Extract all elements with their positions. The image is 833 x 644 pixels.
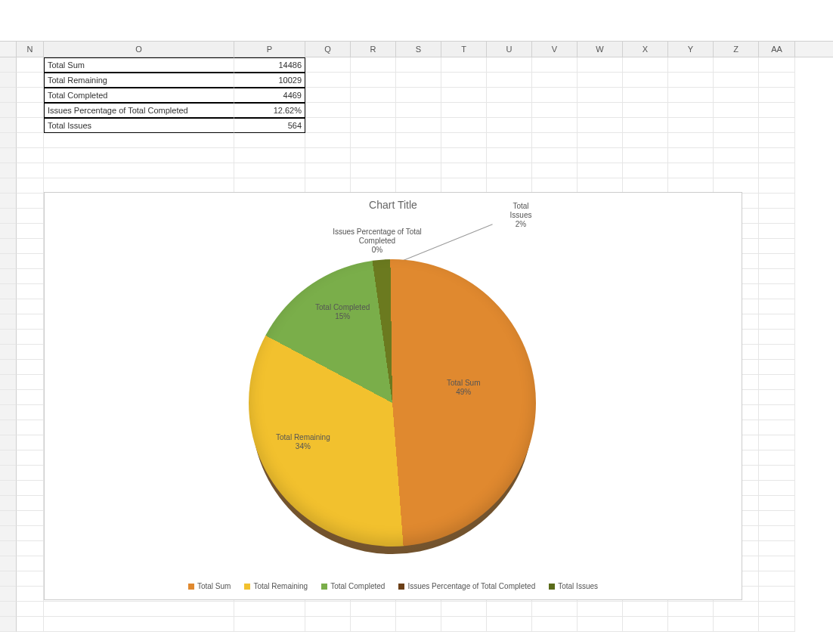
cell[interactable] <box>714 73 759 88</box>
cell[interactable] <box>714 178 759 194</box>
cell[interactable] <box>578 103 623 118</box>
cell[interactable] <box>759 405 795 420</box>
cell[interactable] <box>17 405 44 420</box>
row-header[interactable] <box>0 405 17 420</box>
cell[interactable] <box>44 178 234 194</box>
row-header[interactable] <box>0 224 17 239</box>
cell[interactable] <box>487 178 532 194</box>
cell[interactable] <box>441 148 487 163</box>
cell[interactable] <box>44 148 234 163</box>
cell[interactable] <box>668 133 714 148</box>
cell[interactable] <box>396 57 441 73</box>
row-header[interactable] <box>0 209 17 224</box>
row-header[interactable] <box>0 57 17 73</box>
cell[interactable] <box>668 148 714 163</box>
col-header-Z[interactable]: Z <box>714 42 759 57</box>
row-header[interactable] <box>0 435 17 450</box>
cell[interactable] <box>396 103 441 118</box>
cell[interactable] <box>759 148 795 163</box>
row-header[interactable] <box>0 314 17 330</box>
cell[interactable] <box>532 148 578 163</box>
row-header[interactable] <box>0 239 17 254</box>
cell[interactable] <box>305 88 351 103</box>
row-header[interactable] <box>0 617 17 632</box>
cell[interactable] <box>759 617 795 632</box>
cell[interactable] <box>532 602 578 617</box>
cell[interactable] <box>441 118 487 133</box>
cell[interactable] <box>234 133 305 148</box>
cell[interactable] <box>759 587 795 602</box>
cell[interactable] <box>17 496 44 511</box>
pie-chart[interactable]: Chart Title Issues Percentage of Total C… <box>44 192 742 600</box>
row-header[interactable] <box>0 299 17 314</box>
cell[interactable] <box>759 314 795 330</box>
cell[interactable] <box>623 148 668 163</box>
cell[interactable] <box>487 133 532 148</box>
cell[interactable] <box>759 390 795 405</box>
row-header[interactable] <box>0 420 17 435</box>
col-header-T[interactable]: T <box>441 42 487 57</box>
cell[interactable] <box>714 148 759 163</box>
cell[interactable] <box>759 299 795 314</box>
cell[interactable] <box>623 88 668 103</box>
cell[interactable] <box>17 617 44 632</box>
cell[interactable] <box>17 481 44 496</box>
cell[interactable] <box>305 602 351 617</box>
cell[interactable] <box>441 103 487 118</box>
cell[interactable] <box>351 88 396 103</box>
cell[interactable] <box>17 511 44 526</box>
cell[interactable] <box>441 57 487 73</box>
row-header[interactable] <box>0 148 17 163</box>
cell[interactable] <box>623 57 668 73</box>
cell[interactable] <box>714 617 759 632</box>
cell[interactable] <box>668 163 714 178</box>
cell[interactable] <box>17 526 44 541</box>
row-header[interactable] <box>0 375 17 390</box>
cell[interactable] <box>351 118 396 133</box>
cell[interactable] <box>351 602 396 617</box>
cell[interactable] <box>44 163 234 178</box>
cell[interactable] <box>759 375 795 390</box>
cell[interactable] <box>17 435 44 450</box>
row-header[interactable] <box>0 526 17 541</box>
row-header[interactable] <box>0 73 17 88</box>
cell[interactable] <box>759 103 795 118</box>
col-header-P[interactable]: P <box>234 42 305 57</box>
cell[interactable] <box>532 178 578 194</box>
row-header[interactable] <box>0 450 17 466</box>
cell[interactable] <box>17 224 44 239</box>
row-header[interactable] <box>0 360 17 375</box>
cell[interactable] <box>714 103 759 118</box>
cell[interactable]: 564 <box>234 118 305 133</box>
cell[interactable] <box>441 73 487 88</box>
cell[interactable] <box>578 602 623 617</box>
cell[interactable] <box>714 602 759 617</box>
cell[interactable] <box>17 284 44 299</box>
cell[interactable] <box>759 526 795 541</box>
cell[interactable] <box>532 617 578 632</box>
cell[interactable] <box>532 118 578 133</box>
cell[interactable] <box>17 194 44 209</box>
cell[interactable] <box>578 57 623 73</box>
cell[interactable] <box>17 541 44 556</box>
cell[interactable] <box>759 269 795 284</box>
cell[interactable] <box>668 88 714 103</box>
row-header[interactable] <box>0 345 17 360</box>
cell[interactable] <box>623 602 668 617</box>
cell[interactable] <box>234 148 305 163</box>
cell[interactable] <box>305 103 351 118</box>
cell[interactable] <box>714 57 759 73</box>
col-header-Q[interactable]: Q <box>305 42 351 57</box>
cell[interactable] <box>487 88 532 103</box>
cell[interactable] <box>759 194 795 209</box>
cell[interactable] <box>396 163 441 178</box>
cell[interactable]: 12.62% <box>234 103 305 118</box>
cell[interactable] <box>759 330 795 345</box>
cell[interactable] <box>17 375 44 390</box>
cell[interactable] <box>17 239 44 254</box>
cell[interactable] <box>17 571 44 587</box>
cell[interactable] <box>623 163 668 178</box>
cell[interactable] <box>396 602 441 617</box>
cell[interactable] <box>351 73 396 88</box>
col-header-AA[interactable]: AA <box>759 42 795 57</box>
